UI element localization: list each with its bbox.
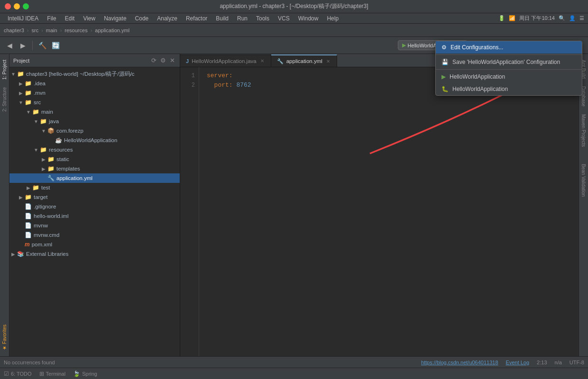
breadcrumb-main[interactable]: main	[46, 27, 57, 33]
breadcrumb-resources[interactable]: resources	[64, 27, 87, 33]
tree-node-hwiml[interactable]: 📄 hello-world.iml	[9, 211, 180, 221]
menu-code[interactable]: Code	[131, 14, 153, 23]
bottom-terminal[interactable]: ⊞ Terminal	[39, 370, 66, 377]
tree-node-static[interactable]: ▶ 📁 static	[9, 154, 180, 164]
status-encoding: UTF-8	[570, 360, 584, 365]
bottom-todo[interactable]: ☑ 6: TODO	[4, 370, 32, 377]
tree-node-main[interactable]: ▼ 📁 main	[9, 107, 180, 117]
menu-edit[interactable]: Edit	[61, 14, 79, 23]
todo-icon: ☑	[4, 370, 9, 377]
tree-node-idea[interactable]: ▶ 📁 .idea	[9, 79, 180, 88]
back-button[interactable]: ◀	[4, 40, 15, 51]
folder-icon-java: 📁	[40, 118, 47, 125]
tree-node-external-libs[interactable]: ▶ 📚 External Libraries	[9, 249, 180, 259]
tree-node-mvnwcmd[interactable]: 📄 mvnw.cmd	[9, 230, 180, 240]
panel-tab-bean[interactable]: Bean Validation	[580, 160, 587, 200]
menu-tools[interactable]: Tools	[252, 14, 273, 23]
menu-analyze[interactable]: Analyze	[153, 14, 181, 23]
menu-build[interactable]: Build	[212, 14, 232, 23]
panel-tab-favorites[interactable]: ★ Favorites	[1, 321, 8, 354]
terminal-icon: ⊞	[39, 370, 44, 377]
breadcrumb-chapter3[interactable]: chapter3	[4, 27, 24, 33]
spring-label: Spring	[82, 371, 97, 377]
tree-node-gitignore[interactable]: 📄 .gitignore	[9, 202, 180, 211]
tree-node-target[interactable]: ▶ 📁 target	[9, 192, 180, 202]
tree-node-com[interactable]: ▼ 📦 com.forezp	[9, 126, 180, 135]
menu-refactor[interactable]: Refactor	[182, 14, 211, 23]
tree-node-chapter3[interactable]: ▼ 📁 chapter3 [hello-world] ~/Desktop/稿子/…	[9, 69, 180, 79]
tree-label-extlibs: External Libraries	[26, 251, 68, 257]
tree-node-appyml[interactable]: 🔧 application.yml	[9, 173, 180, 183]
panel-tab-project[interactable]: 1: Project	[1, 56, 8, 83]
settings-project-icon[interactable]: ⚙	[159, 56, 167, 65]
event-log-link[interactable]: Event Log	[506, 360, 530, 365]
search-icon[interactable]: 🔍	[559, 15, 565, 21]
menu-intellij[interactable]: IntelliJ IDEA	[4, 14, 42, 23]
close-button[interactable]	[5, 3, 11, 9]
build-button[interactable]: 🔨	[37, 40, 48, 51]
panel-tab-structure[interactable]: 2: Structure	[1, 83, 8, 116]
sync-project-icon[interactable]: ⟳	[150, 56, 157, 65]
tree-node-resources[interactable]: ▼ 📁 resources	[9, 145, 180, 154]
tree-arrow-static: ▶	[40, 157, 47, 162]
tree-node-test[interactable]: ▶ 📁 test	[9, 183, 180, 192]
bottom-spring[interactable]: 🍃 Spring	[73, 370, 97, 377]
no-occurrences-text: No occurrences found	[4, 360, 55, 365]
dropdown-run-option-2[interactable]: 🐛 HelloWorldApplication	[436, 83, 582, 95]
tab-close-appyml[interactable]: ✕	[325, 58, 331, 64]
menu-vcs[interactable]: VCS	[274, 14, 294, 23]
status-url[interactable]: https://blog.csdn.net/u064011318	[421, 360, 498, 365]
tree-node-mvnw[interactable]: 📄 mvnw	[9, 221, 180, 230]
datetime: 周日 下午10:14	[519, 15, 555, 22]
folder-icon-test: 📁	[32, 184, 39, 191]
panel-tab-maven[interactable]: Maven Projects	[580, 110, 587, 151]
hamburger-icon[interactable]: ☰	[579, 15, 584, 21]
minimize-button[interactable]	[14, 3, 20, 9]
menu-navigate[interactable]: Navigate	[100, 14, 130, 23]
tree-node-java[interactable]: ▼ 📁 java	[9, 117, 180, 126]
run-dropdown-menu-visible: ⚙ Edit Configurations... 💾 Save 'HelloWo…	[435, 41, 582, 96]
line-num-2: 2	[180, 81, 195, 90]
sync-button[interactable]: 🔄	[50, 40, 61, 51]
tree-label-gitignore: .gitignore	[34, 204, 56, 209]
spring-icon-hwapp: ☕	[55, 137, 62, 144]
tree-node-mvn[interactable]: ▶ 📁 .mvn	[9, 88, 180, 98]
dropdown-edit-configurations[interactable]: ⚙ Edit Configurations...	[436, 41, 582, 54]
tab-hwjava[interactable]: J HelloWorldApplication.java ✕	[180, 54, 271, 67]
tree-node-src[interactable]: ▼ 📁 src	[9, 98, 180, 107]
tree-label-appyml: application.yml	[56, 175, 92, 181]
dropdown-run-option-1[interactable]: ▶ HelloWorldApplication	[436, 71, 582, 83]
menu-run[interactable]: Run	[233, 14, 251, 23]
window-controls	[5, 3, 29, 9]
tree-label-src: src	[34, 99, 41, 105]
tab-appyml[interactable]: 🔧 application.yml ✕	[271, 54, 337, 67]
folder-icon-chapter3: 📁	[17, 71, 24, 77]
tree-label-test: test	[41, 185, 50, 190]
menu-file[interactable]: File	[43, 14, 60, 23]
tree-node-hwapp[interactable]: ☕ HelloWorldApplication	[9, 135, 180, 145]
breadcrumb-src[interactable]: src	[31, 27, 38, 33]
folder-icon-static: 📁	[47, 156, 55, 162]
tree-node-pomxml[interactable]: m pom.xml	[9, 240, 180, 249]
tree-label-templates: templates	[56, 166, 80, 171]
edit-config-label: Edit Configurations...	[450, 44, 503, 51]
forward-button[interactable]: ▶	[17, 40, 28, 51]
terminal-label: Terminal	[46, 371, 66, 377]
close-project-icon[interactable]: ✕	[169, 56, 176, 65]
user-icon[interactable]: 👤	[569, 15, 576, 21]
tab-close-hwjava[interactable]: ✕	[259, 58, 265, 64]
menu-help[interactable]: Help	[323, 14, 342, 23]
maximize-button[interactable]	[23, 3, 29, 9]
dropdown-save-configuration[interactable]: 💾 Save 'HelloWorldApplication' Configura…	[436, 56, 582, 68]
breadcrumb-appyml[interactable]: application.yml	[95, 27, 129, 33]
menu-window[interactable]: Window	[294, 14, 322, 23]
left-panel-side: 1: Project 2: Structure ★ Favorites	[0, 54, 9, 356]
code-editor[interactable]: server: port: 8762	[199, 67, 579, 356]
right-panel-tabs: Ant Build Database Maven Projects Bean V…	[579, 54, 588, 356]
folder-icon-main: 📁	[32, 108, 39, 115]
menu-bar: IntelliJ IDEA File Edit View Navigate Co…	[0, 13, 588, 24]
folder-icon-src: 📁	[25, 99, 32, 106]
wifi-icon: 📶	[509, 15, 515, 21]
tree-node-templates[interactable]: ▶ 📁 templates	[9, 164, 180, 173]
menu-view[interactable]: View	[79, 14, 99, 23]
